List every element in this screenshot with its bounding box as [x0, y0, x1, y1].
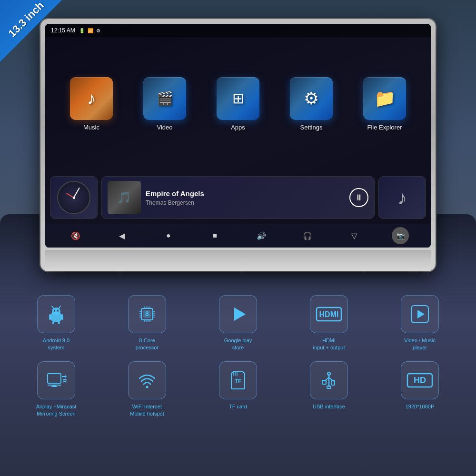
svg-rect-6 — [49, 314, 51, 320]
svg-text:8: 8 — [145, 310, 149, 317]
music-note-widget: ♪ — [378, 176, 426, 219]
feature-android: Android 9.0system — [14, 295, 98, 352]
videoplayer-label: Video / Musicplayer — [404, 337, 436, 352]
settings-label: Settings — [300, 124, 323, 131]
svg-point-3 — [57, 310, 59, 312]
volume-up-button[interactable]: 🔊 — [253, 227, 270, 244]
tfcard-label: TF card — [229, 403, 247, 410]
status-bar: 12:15 AM 🔋 📶 ⚙ — [45, 24, 431, 37]
stop-button[interactable]: ■ — [206, 227, 223, 244]
videoplayer-svg-icon — [409, 304, 430, 325]
app-grid: ♪ Music 🎬 Video ⊞ Apps — [45, 37, 431, 170]
airplay-icon-bg — [37, 361, 75, 399]
apps-icon: ⊞ — [232, 90, 244, 107]
feature-hd: HD 1920*1080P — [378, 361, 462, 418]
headphone-button[interactable]: 🎧 — [299, 227, 316, 244]
svg-text:HD: HD — [414, 376, 426, 385]
svg-rect-34 — [48, 374, 61, 383]
music-player: 🎵 Empire of Angels Thomas Bergersen ⏸ — [101, 176, 375, 219]
video-icon: 🎬 — [157, 90, 173, 106]
music-note-icon: ♪ — [397, 187, 407, 208]
processor-svg-icon: 8 — [137, 304, 158, 325]
hd-icon-bg: HD — [401, 361, 439, 399]
app-music[interactable]: ♪ Music — [68, 77, 115, 131]
hd-label: 1920*1080P — [406, 403, 435, 410]
playstore-label: Google playstore — [224, 337, 252, 352]
clock-face — [57, 181, 90, 214]
pause-button[interactable]: ⏸ — [349, 188, 368, 207]
processor-label: 8-Coreprocessor — [136, 337, 159, 352]
music-icon-wrapper: ♪ — [70, 77, 113, 120]
airplay-svg-icon — [46, 370, 67, 391]
hdmi-label: HDMIinput + output — [313, 337, 345, 352]
video-icon-wrapper: 🎬 — [143, 77, 186, 120]
videoplayer-icon-bg — [401, 295, 439, 333]
files-label: File Explorer — [367, 124, 402, 131]
svg-text:TF: TF — [235, 378, 242, 385]
track-info: Empire of Angels Thomas Bergersen — [146, 189, 345, 206]
settings-gear-icon: ⚙ — [304, 89, 319, 109]
app-video[interactable]: 🎬 Video — [141, 77, 188, 131]
feature-usb: USB interface — [287, 361, 371, 418]
app-files[interactable]: 📁 File Explorer — [361, 77, 408, 131]
hdmi-icon-bg: HDMI — [310, 295, 348, 333]
svg-line-5 — [59, 306, 60, 308]
monitor-unit: 12:15 AM 🔋 📶 ⚙ ♪ Music 🎬 — [40, 19, 436, 271]
svg-point-39 — [146, 386, 149, 388]
svg-text:HDMI: HDMI — [319, 310, 339, 318]
dropdown-button[interactable]: ▽ — [346, 227, 363, 244]
status-icons: 🔋 📶 ⚙ — [79, 28, 100, 33]
app-apps[interactable]: ⊞ Apps — [214, 77, 262, 131]
svg-line-4 — [52, 306, 53, 308]
svg-rect-50 — [327, 386, 331, 388]
video-label: Video — [157, 124, 172, 131]
monitor-bottom-bar — [45, 250, 431, 271]
hd-svg-icon: HD — [406, 370, 434, 391]
screen-inner: 12:15 AM 🔋 📶 ⚙ ♪ Music 🎬 — [45, 24, 431, 248]
svg-point-1 — [52, 307, 60, 315]
dot-button[interactable]: ● — [160, 227, 177, 244]
processor-icon-bg: 8 — [128, 295, 166, 333]
app-settings[interactable]: ⚙ Settings — [288, 77, 335, 131]
album-art: 🎵 — [108, 181, 141, 214]
svg-rect-9 — [58, 321, 60, 324]
settings-icon-wrapper: ⚙ — [290, 77, 333, 120]
status-time: 12:15 AM — [51, 27, 75, 34]
android-label: Android 9.0system — [43, 337, 69, 352]
svg-marker-33 — [417, 310, 425, 318]
svg-marker-29 — [234, 307, 246, 321]
svg-rect-7 — [61, 314, 63, 320]
settings-icon-small: ⚙ — [96, 28, 100, 33]
screen: 12:15 AM 🔋 📶 ⚙ ♪ Music 🎬 — [45, 24, 431, 248]
track-artist: Thomas Bergersen — [146, 199, 345, 206]
android-svg-icon — [46, 304, 67, 325]
hdmi-svg-icon: HDMI — [315, 304, 343, 325]
camera-button[interactable]: 📷 — [392, 227, 409, 244]
svg-marker-38 — [65, 375, 67, 378]
features-row-2: Airplay +MiracastMirroring Screen WiFi I… — [14, 361, 462, 418]
usb-icon-bg — [310, 361, 348, 399]
clock-center-dot — [73, 197, 75, 199]
usb-svg-icon — [318, 370, 339, 391]
prev-button[interactable]: ◀ — [113, 227, 130, 244]
feature-airplay: Airplay +MiracastMirroring Screen — [14, 361, 98, 418]
feature-hdmi: HDMI HDMIinput + output — [287, 295, 371, 352]
music-icon: ♪ — [87, 89, 96, 109]
volume-down-button[interactable]: 🔇 — [67, 227, 84, 244]
control-bar: 🔇 ◀ ● ■ 🔊 🎧 ▽ 📷 — [45, 224, 431, 248]
playstore-svg-icon — [228, 304, 248, 325]
track-title: Empire of Angels — [146, 189, 345, 198]
apps-label: Apps — [231, 124, 245, 131]
playstore-icon-bg — [219, 295, 257, 333]
feature-tfcard: TF TF card — [196, 361, 280, 418]
feature-playstore: Google playstore — [196, 295, 280, 352]
svg-rect-8 — [52, 321, 54, 324]
svg-point-2 — [54, 310, 55, 312]
feature-processor: 8 — [105, 295, 189, 352]
wifi-label: WiFi InternetMobile hotspot — [130, 403, 164, 418]
files-icon-wrapper: 📁 — [363, 77, 406, 120]
files-icon: 📁 — [374, 89, 396, 109]
battery-icon: 🔋 — [79, 28, 85, 33]
screen-bottom-row: 🎵 Empire of Angels Thomas Bergersen ⏸ ♪ — [45, 171, 431, 224]
signal-icon: 📶 — [88, 28, 93, 33]
